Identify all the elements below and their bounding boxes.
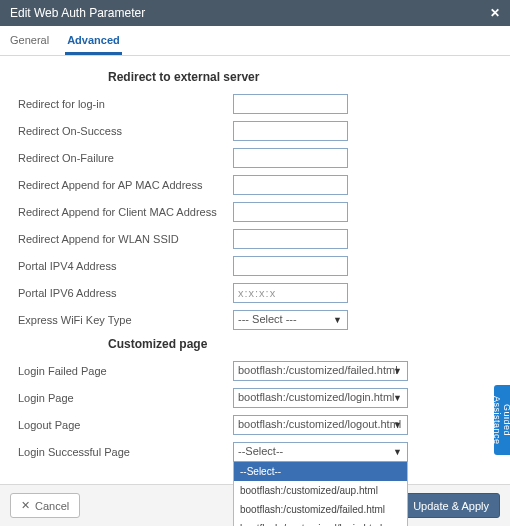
label-redirect-onfailure: Redirect On-Failure (18, 152, 233, 164)
x-icon: ✕ (21, 499, 30, 512)
label-portal-ipv6: Portal IPV6 Address (18, 287, 233, 299)
dropdown-option[interactable]: --Select-- (234, 462, 407, 481)
cancel-label: Cancel (35, 500, 69, 512)
label-logout-page: Logout Page (18, 419, 233, 431)
dropdown-login-success: --Select-- bootflash:/customized/aup.htm… (233, 462, 408, 526)
select-logout-page[interactable]: bootflash:/customized/logout.html (233, 415, 408, 435)
input-redirect-login[interactable] (233, 94, 348, 114)
input-redirect-onfailure[interactable] (233, 148, 348, 168)
label-portal-ipv4: Portal IPV4 Address (18, 260, 233, 272)
input-redirect-apmac[interactable] (233, 175, 348, 195)
input-portal-ipv4[interactable] (233, 256, 348, 276)
select-login-success[interactable]: --Select-- (233, 442, 408, 462)
label-express-wifi: Express WiFi Key Type (18, 314, 233, 326)
select-express-wifi[interactable]: --- Select --- (233, 310, 348, 330)
dropdown-option[interactable]: bootflash:/customized/failed.html (234, 500, 407, 519)
tab-bar: General Advanced (0, 26, 510, 56)
section-customized-title: Customized page (108, 337, 492, 351)
tab-general[interactable]: General (8, 26, 51, 55)
input-redirect-onsuccess[interactable] (233, 121, 348, 141)
tab-advanced[interactable]: Advanced (65, 26, 122, 55)
modal-title: Edit Web Auth Parameter (10, 6, 145, 20)
select-login-page[interactable]: bootflash:/customized/login.html (233, 388, 408, 408)
section-redirect-title: Redirect to external server (108, 70, 492, 84)
input-redirect-clientmac[interactable] (233, 202, 348, 222)
label-login-failed: Login Failed Page (18, 365, 233, 377)
label-redirect-wlanssid: Redirect Append for WLAN SSID (18, 233, 233, 245)
label-redirect-clientmac: Redirect Append for Client MAC Address (18, 206, 233, 218)
input-portal-ipv6[interactable] (233, 283, 348, 303)
select-login-failed[interactable]: bootflash:/customized/failed.html (233, 361, 408, 381)
input-redirect-wlanssid[interactable] (233, 229, 348, 249)
dropdown-option[interactable]: bootflash:/customized/login.html (234, 519, 407, 526)
label-login-success: Login Successful Page (18, 446, 233, 458)
apply-label: Update & Apply (413, 500, 489, 512)
label-redirect-onsuccess: Redirect On-Success (18, 125, 233, 137)
label-redirect-apmac: Redirect Append for AP MAC Address (18, 179, 233, 191)
dropdown-option[interactable]: bootflash:/customized/aup.html (234, 481, 407, 500)
label-login-page: Login Page (18, 392, 233, 404)
cancel-button[interactable]: ✕ Cancel (10, 493, 80, 518)
guided-assistance-tab[interactable]: Guided Assistance (494, 385, 510, 455)
label-redirect-login: Redirect for log-in (18, 98, 233, 110)
close-icon[interactable]: ✕ (490, 6, 500, 20)
